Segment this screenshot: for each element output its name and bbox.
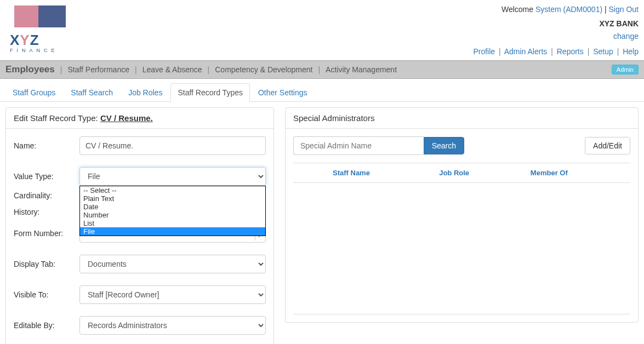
- org-name: XYZ BANK: [473, 18, 639, 30]
- sign-out-link[interactable]: Sign Out: [609, 5, 639, 14]
- label-cardinality: Cardinality:: [14, 191, 79, 200]
- label-form-number: Form Number:: [14, 229, 79, 238]
- logo-mark: [10, 5, 65, 31]
- special-admin-search-input[interactable]: [293, 136, 424, 155]
- label-name: Name:: [14, 141, 79, 150]
- nav-leave-absence[interactable]: Leave & Absence: [143, 65, 202, 74]
- subtabs: Staff Groups Staff Search Job Roles Staf…: [0, 79, 644, 102]
- current-user-link[interactable]: System (ADM0001): [535, 5, 602, 14]
- add-edit-button[interactable]: Add/Edit: [585, 137, 630, 154]
- value-type-dropdown-list[interactable]: -- Select -- Plain Text Date Number List…: [79, 186, 266, 236]
- navbar-section[interactable]: Employees: [5, 64, 55, 75]
- edit-record-type-panel: Edit Staff Record Type: CV / Resume. Nam…: [5, 107, 274, 344]
- visible-to-select[interactable]: Staff [Record Owner]: [79, 285, 266, 304]
- search-button[interactable]: Search: [424, 137, 464, 154]
- label-history: History:: [14, 208, 79, 216]
- tab-staff-groups[interactable]: Staff Groups: [5, 83, 62, 101]
- label-editable-by: Editable By:: [14, 321, 79, 330]
- nav-competency-development[interactable]: Competency & Development: [215, 65, 312, 74]
- label-visible-to: Visible To:: [14, 290, 79, 299]
- nav-activity-management[interactable]: Activity Management: [326, 65, 397, 74]
- admin-badge[interactable]: Admin: [612, 65, 639, 74]
- panel-heading-record: CV / Resume.: [100, 113, 153, 123]
- welcome-text: Welcome: [501, 5, 535, 14]
- table-row: [293, 182, 630, 314]
- logo-subtext: FINANCE: [10, 48, 65, 53]
- value-type-option[interactable]: File: [80, 227, 265, 236]
- col-blank: [293, 163, 326, 182]
- label-value-type: Value Type:: [14, 172, 79, 181]
- value-type-select[interactable]: File: [79, 167, 266, 186]
- tab-staff-record-types[interactable]: Staff Record Types: [170, 83, 250, 102]
- reports-link[interactable]: Reports: [557, 47, 584, 56]
- logo-char: Z: [30, 32, 39, 48]
- logo-char: Y: [20, 32, 30, 48]
- tab-job-roles[interactable]: Job Roles: [121, 83, 169, 101]
- logo-char: X: [10, 32, 20, 48]
- value-type-option[interactable]: List: [80, 219, 265, 227]
- value-type-option[interactable]: Number: [80, 211, 265, 219]
- special-administrators-panel: Special Administrators Search Add/Edit S…: [285, 107, 639, 323]
- name-input[interactable]: [79, 136, 266, 155]
- admin-alerts-link[interactable]: Admin Alerts: [504, 47, 548, 56]
- value-type-option[interactable]: Date: [80, 203, 265, 211]
- label-display-tab: Display Tab:: [14, 260, 79, 268]
- setup-link[interactable]: Setup: [593, 47, 613, 56]
- display-tab-select[interactable]: Documents: [79, 255, 266, 273]
- editable-by-select[interactable]: Records Administrators: [79, 316, 266, 335]
- profile-link[interactable]: Profile: [473, 47, 495, 56]
- tab-other-settings[interactable]: Other Settings: [251, 83, 315, 101]
- value-type-option[interactable]: -- Select --: [80, 186, 265, 194]
- nav-staff-performance[interactable]: Staff Performance: [67, 65, 129, 74]
- panel-heading-prefix: Edit Staff Record Type:: [14, 113, 100, 123]
- col-staff-name[interactable]: Staff Name: [326, 163, 432, 182]
- separator: |: [605, 5, 609, 14]
- value-type-option[interactable]: Plain Text: [80, 194, 265, 203]
- col-job-role[interactable]: Job Role: [432, 163, 524, 182]
- admins-table: Staff Name Job Role Member Of: [293, 163, 630, 314]
- help-link[interactable]: Help: [623, 47, 639, 56]
- change-org-link[interactable]: change: [613, 32, 639, 41]
- admins-heading: Special Administrators: [286, 108, 638, 129]
- col-member-of[interactable]: Member Of: [524, 163, 630, 182]
- tab-staff-search[interactable]: Staff Search: [64, 83, 120, 101]
- brand-logo: XYZ FINANCE: [5, 3, 65, 58]
